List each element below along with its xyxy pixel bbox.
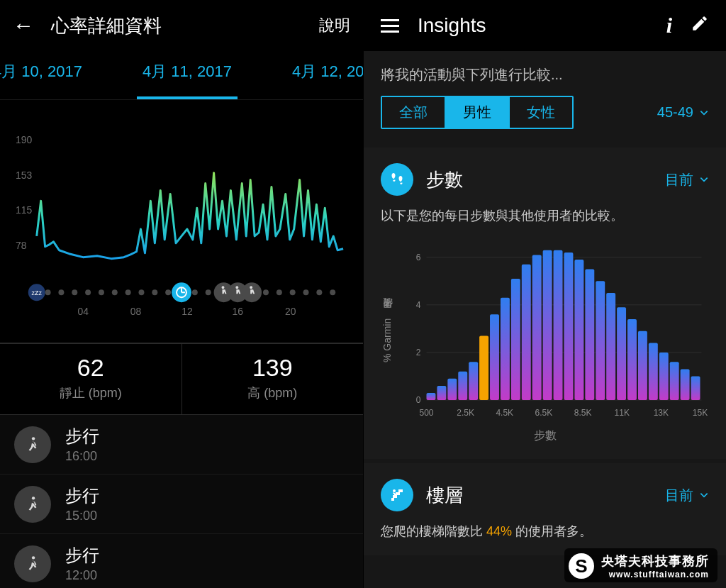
floors-card: 樓層 目前 您爬的樓梯階數比 44% 的使用者多。 (364, 463, 726, 555)
svg-text:2: 2 (416, 348, 421, 357)
svg-rect-63 (617, 307, 626, 400)
resting-bpm: 62 靜止 (bpm) (0, 344, 182, 414)
svg-text:11K: 11K (615, 408, 630, 418)
svg-point-15 (206, 289, 211, 295)
floors-desc: 您爬的樓梯階數比 44% 的使用者多。 (381, 523, 709, 540)
svg-point-7 (85, 289, 91, 295)
svg-rect-61 (596, 281, 605, 400)
activity-row[interactable]: 步行15:00 (0, 475, 363, 534)
hr-y-axis: 190 153 115 78 (16, 134, 32, 251)
svg-point-19 (303, 289, 309, 295)
svg-text:78: 78 (16, 240, 27, 251)
steps-ylabel: % Garmin 使用者 (381, 240, 393, 424)
timeline-dots: zZz (28, 282, 335, 302)
steps-bars (427, 250, 700, 400)
svg-text:15K: 15K (693, 408, 708, 418)
svg-text:500: 500 (419, 408, 433, 418)
svg-point-20 (316, 289, 322, 295)
edit-icon[interactable] (691, 14, 709, 38)
svg-point-35 (32, 497, 35, 499)
svg-text:190: 190 (16, 134, 32, 145)
hr-x-axis: 04 08 12 16 20 (77, 306, 296, 317)
svg-point-79 (393, 489, 396, 492)
svg-point-21 (330, 289, 335, 295)
high-bpm: 139 高 (bpm) (182, 344, 364, 414)
activity-row[interactable]: 步行12:00 (0, 534, 363, 588)
svg-rect-69 (681, 369, 690, 400)
svg-rect-54 (522, 265, 531, 400)
hr-line (37, 173, 343, 259)
activity-name: 步行 (65, 544, 99, 567)
steps-title: 步數 (426, 167, 463, 192)
right-pane: Insights i 將我的活動與下列進行比較... 全部 男性 女性 45-4… (363, 0, 726, 588)
date-tab-prev[interactable]: 4月 10, 2017 (0, 51, 95, 95)
svg-rect-48 (458, 372, 467, 400)
svg-rect-46 (437, 386, 446, 400)
date-tabs: 4月 10, 2017 4月 11, 2017 4月 12, 2017 (0, 51, 363, 100)
svg-rect-58 (564, 253, 574, 400)
svg-rect-60 (585, 270, 594, 400)
svg-rect-67 (659, 353, 669, 400)
svg-rect-50 (479, 335, 488, 400)
svg-rect-62 (606, 293, 615, 400)
hr-chart[interactable]: 190 153 115 78 zZz (13, 123, 350, 335)
help-button[interactable]: 說明 (319, 15, 350, 36)
svg-text:04: 04 (77, 306, 89, 317)
menu-button[interactable] (381, 19, 399, 33)
back-button[interactable]: ← (13, 13, 34, 38)
steps-bar-chart[interactable]: 0246 5002.5K4.5K6.5K8.5K11K13K15K (402, 240, 709, 424)
activity-name: 步行 (65, 484, 99, 507)
watermark: S 央塔夫科技事務所 www.stufftaiwan.com (564, 548, 717, 582)
svg-rect-59 (574, 260, 583, 400)
svg-point-17 (277, 289, 282, 295)
svg-text:08: 08 (130, 306, 142, 317)
svg-rect-70 (691, 376, 700, 400)
watermark-logo: S (569, 553, 594, 579)
activity-time: 16:00 (65, 449, 99, 464)
segment-female[interactable]: 女性 (508, 97, 572, 128)
svg-text:8.5K: 8.5K (574, 408, 592, 418)
segment-male[interactable]: 男性 (445, 97, 508, 128)
svg-text:4.5K: 4.5K (496, 408, 513, 418)
activity-list: 步行16:00步行15:00步行12:00 (0, 415, 363, 588)
svg-rect-45 (427, 393, 436, 400)
steps-icon (381, 163, 413, 196)
svg-rect-53 (511, 279, 520, 400)
svg-point-18 (290, 289, 296, 295)
svg-rect-47 (447, 379, 457, 400)
steps-card: 步數 目前 以下是您的每日步數與其他使用者的比較。 % Garmin 使用者 (364, 148, 726, 459)
svg-point-16 (263, 289, 269, 295)
activity-row[interactable]: 步行16:00 (0, 415, 363, 475)
insights-title: Insights (418, 14, 486, 37)
left-header: ← 心率詳細資料 說明 (0, 0, 363, 51)
age-range-dropdown[interactable]: 45-49 (657, 104, 709, 121)
svg-text:6: 6 (416, 253, 421, 262)
page-title: 心率詳細資料 (51, 13, 162, 38)
svg-text:153: 153 (16, 170, 32, 181)
svg-point-9 (112, 289, 118, 295)
segment-all[interactable]: 全部 (382, 97, 445, 128)
svg-text:12: 12 (182, 306, 193, 317)
date-tab-current[interactable]: 4月 11, 2017 (130, 51, 245, 95)
activity-time: 15:00 (65, 509, 99, 523)
svg-text:16: 16 (233, 306, 244, 317)
steps-desc: 以下是您的每日步數與其他使用者的比較。 (381, 207, 709, 224)
steps-range-dropdown[interactable]: 目前 (665, 170, 709, 189)
insights-body: 將我的活動與下列進行比較... 全部 男性 女性 45-49 步數 目前 (364, 51, 726, 588)
svg-point-5 (58, 289, 64, 295)
steps-x-axis: 5002.5K4.5K6.5K8.5K11K13K15K (419, 408, 708, 418)
svg-rect-51 (490, 314, 499, 400)
svg-text:zZz: zZz (32, 289, 43, 296)
svg-text:13K: 13K (654, 408, 669, 418)
svg-rect-68 (670, 362, 679, 400)
svg-text:4: 4 (416, 300, 421, 310)
svg-point-34 (32, 437, 35, 440)
hr-stats: 62 靜止 (bpm) 139 高 (bpm) (0, 343, 363, 415)
info-icon[interactable]: i (666, 13, 672, 38)
walk-icon (14, 426, 51, 463)
svg-point-8 (99, 289, 104, 295)
svg-text:115: 115 (16, 204, 32, 216)
floors-range-dropdown[interactable]: 目前 (665, 486, 709, 505)
floors-title: 樓層 (426, 483, 463, 508)
compare-controls: 全部 男性 女性 45-49 (364, 96, 726, 143)
